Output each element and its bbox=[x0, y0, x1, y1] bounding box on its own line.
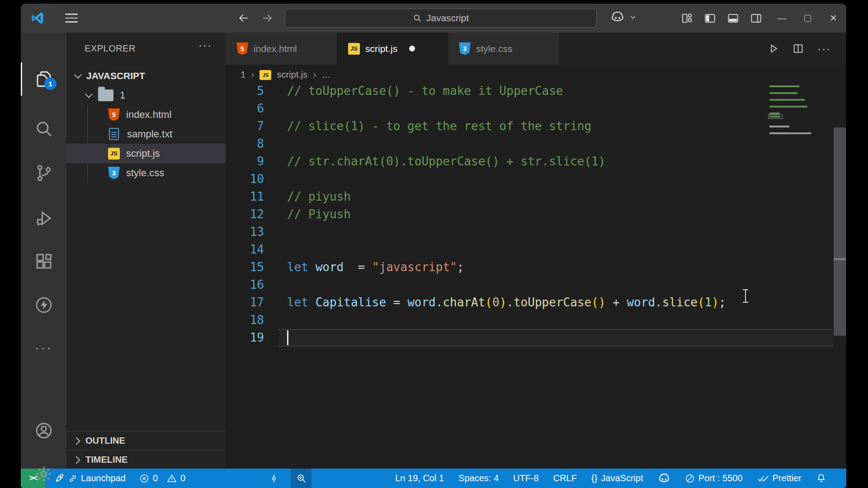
sidebar-item-search[interactable] bbox=[21, 113, 66, 145]
breadcrumb[interactable]: 1 › JS script.js › … bbox=[226, 65, 846, 85]
accounts-button[interactable] bbox=[21, 415, 66, 446]
sidebar-header: EXPLORER ··· bbox=[66, 33, 226, 63]
search-text: Javascript bbox=[426, 13, 469, 23]
screen: Javascript — ✕ bbox=[0, 0, 868, 488]
line-number: 18 bbox=[226, 311, 264, 329]
commit-marker-icon[interactable] bbox=[269, 474, 279, 483]
code-line-19[interactable]: 19 bbox=[226, 329, 846, 347]
scrollbar-decoration bbox=[834, 258, 846, 260]
history-navigation bbox=[238, 4, 273, 33]
activity-bar: 1 bbox=[21, 33, 66, 469]
search-icon bbox=[413, 14, 422, 23]
timeline-section[interactable]: TIMELINE bbox=[66, 450, 226, 469]
run-file-icon[interactable] bbox=[768, 43, 779, 54]
tree-file-style-css[interactable]: 3 style.css bbox=[66, 163, 226, 183]
breadcrumb-separator: › bbox=[251, 69, 254, 81]
file-label: script.js bbox=[126, 148, 160, 160]
sidebar-item-explorer[interactable]: 1 bbox=[21, 63, 66, 95]
braces-icon: {} bbox=[591, 473, 597, 483]
customize-layout-icon[interactable] bbox=[681, 12, 693, 24]
minimap-line bbox=[769, 106, 807, 108]
explorer-badge: 1 bbox=[44, 78, 57, 90]
copilot-status-icon[interactable] bbox=[658, 472, 670, 485]
tab-bar: 5 index.html JS script.js 3 style.css bbox=[226, 33, 846, 65]
code-line-5[interactable]: 5// toUpperCase() - to make it UpperCase bbox=[226, 85, 846, 100]
command-center-search[interactable]: Javascript bbox=[285, 9, 597, 28]
search-view-icon bbox=[34, 119, 53, 138]
tree-file-index-html[interactable]: 5 index.html bbox=[66, 105, 226, 124]
tab-script-js[interactable]: JS script.js bbox=[337, 33, 448, 65]
menu-hamburger-icon[interactable] bbox=[65, 14, 78, 23]
activity-more-actions[interactable]: ··· bbox=[21, 332, 66, 363]
indentation-item[interactable]: Spaces: 4 bbox=[458, 473, 499, 483]
title-bar: Javascript — ✕ bbox=[21, 4, 846, 33]
current-line-highlight bbox=[278, 329, 833, 347]
modified-dot-icon[interactable] bbox=[409, 46, 415, 52]
breadcrumb-file[interactable]: script.js bbox=[277, 70, 307, 80]
tab-index-html[interactable]: 5 index.html bbox=[226, 33, 337, 65]
more-actions-icon[interactable]: ··· bbox=[817, 42, 831, 55]
forward-arrow-icon[interactable] bbox=[261, 12, 273, 24]
live-server-port-item[interactable]: Port : 5500 bbox=[685, 473, 743, 483]
back-arrow-icon[interactable] bbox=[238, 12, 250, 24]
tab-style-css[interactable]: 3 style.css bbox=[448, 33, 559, 65]
toggle-panel-icon[interactable] bbox=[727, 12, 739, 24]
html-file-icon: 5 bbox=[236, 42, 248, 55]
code-line-9[interactable]: 9// str.charAt(0).toUpperCase() + str.sl… bbox=[226, 153, 846, 170]
close-button[interactable]: ✕ bbox=[821, 4, 846, 33]
code-line-6[interactable]: 6 bbox=[226, 100, 846, 117]
code-line-16[interactable]: 16 bbox=[226, 276, 846, 294]
tree-root-javascript[interactable]: JAVASCRIPT bbox=[66, 66, 226, 85]
zoom-status-cell[interactable] bbox=[291, 469, 311, 488]
file-label: index.html bbox=[126, 109, 171, 121]
css-file-icon: 3 bbox=[459, 42, 471, 55]
scrollbar-thumb[interactable] bbox=[834, 127, 846, 336]
explorer-more-actions[interactable]: ··· bbox=[198, 39, 212, 52]
code-line-17[interactable]: 17let Capitalise = word.charAt(0).toUppe… bbox=[226, 294, 846, 311]
breadcrumb-symbol-ellipsis[interactable]: … bbox=[322, 70, 331, 80]
cursor-position-item[interactable]: Ln 19, Col 1 bbox=[395, 473, 444, 483]
sidebar-item-source-control[interactable] bbox=[21, 157, 66, 189]
encoding-item[interactable]: UTF-8 bbox=[513, 473, 539, 483]
split-editor-icon[interactable] bbox=[793, 43, 804, 54]
code-line-18[interactable]: 18 bbox=[226, 311, 846, 329]
maximize-button[interactable] bbox=[795, 4, 821, 33]
tree-file-sample-txt[interactable]: sample.txt bbox=[66, 124, 226, 144]
code-line-8[interactable]: 8 bbox=[226, 135, 846, 153]
tree-folder-1[interactable]: 1 bbox=[66, 85, 226, 105]
sidebar-item-thunder-client[interactable] bbox=[21, 289, 66, 321]
prettier-item[interactable]: Prettier bbox=[757, 473, 802, 483]
code-line-12[interactable]: 12// Piyush bbox=[226, 206, 846, 223]
editor-scrollbar[interactable] bbox=[833, 33, 846, 469]
code-editor[interactable]: 5// toUpperCase() - to make it UpperCase… bbox=[226, 85, 846, 469]
toggle-secondary-sidebar-icon[interactable] bbox=[750, 12, 762, 24]
tree-file-script-js[interactable]: JS script.js bbox=[66, 144, 226, 163]
settings-button[interactable] bbox=[21, 458, 66, 488]
breadcrumb-separator: › bbox=[313, 69, 316, 81]
prettier-label: Prettier bbox=[773, 473, 802, 483]
warnings-icon bbox=[167, 474, 177, 483]
outline-section[interactable]: OUTLINE bbox=[66, 431, 226, 450]
sidebar-item-extensions[interactable] bbox=[21, 246, 66, 277]
js-file-icon: JS bbox=[259, 70, 271, 80]
code-line-11[interactable]: 11// piyush bbox=[226, 188, 846, 206]
toggle-primary-sidebar-icon[interactable] bbox=[704, 12, 716, 24]
code-line-15[interactable]: 15let word = "javascript"; bbox=[226, 258, 846, 276]
eol-item[interactable]: CRLF bbox=[553, 473, 577, 483]
notifications-bell-icon[interactable] bbox=[816, 473, 826, 483]
minimap-line bbox=[769, 132, 811, 134]
code-line-14[interactable]: 14 bbox=[226, 241, 846, 258]
code-line-10[interactable]: 10 bbox=[226, 170, 846, 188]
link-icon bbox=[68, 474, 77, 483]
copilot-menu[interactable] bbox=[610, 10, 637, 24]
code-line-13[interactable]: 13 bbox=[226, 223, 846, 241]
problems-item[interactable]: 0 0 bbox=[139, 473, 185, 483]
code-line-7[interactable]: 7// slice(1) - to get the rest of the st… bbox=[226, 117, 846, 135]
breadcrumb-folder[interactable]: 1 bbox=[241, 70, 245, 80]
minimize-button[interactable]: — bbox=[769, 4, 795, 33]
line-number: 12 bbox=[226, 206, 264, 223]
editor-group: 5 index.html JS script.js 3 style.css bbox=[226, 33, 846, 469]
language-mode-item[interactable]: {} JavaScript bbox=[591, 473, 643, 483]
minimap-line bbox=[769, 85, 799, 87]
sidebar-item-run-debug[interactable] bbox=[21, 202, 66, 234]
